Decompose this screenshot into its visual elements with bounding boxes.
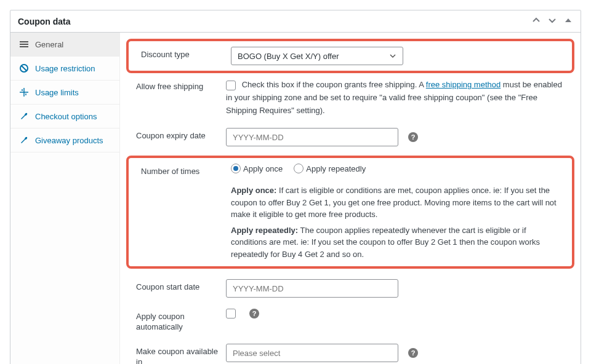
row-number-of-times: Number of times Apply once Apply repeate… <box>129 158 572 177</box>
tab-label: Usage limits <box>35 88 79 97</box>
tab-label: General <box>35 40 63 49</box>
discount-type-select[interactable]: BOGO (Buy X Get X/Y) offer <box>231 47 403 65</box>
expiry-date-input[interactable] <box>226 128 398 146</box>
tab-checkout-options[interactable]: Checkout options <box>10 105 119 129</box>
tab-label: Checkout options <box>35 112 97 121</box>
help-icon[interactable]: ? <box>408 348 418 358</box>
row-available-in: Make coupon available in ? <box>124 338 577 364</box>
note-apply-once: Apply once: If cart is eligible or condi… <box>231 184 560 221</box>
row-free-shipping: Allow free shipping Check this box if th… <box>124 73 577 122</box>
available-in-input[interactable] <box>226 344 398 362</box>
number-of-times-notes: Apply once: If cart is eligible or condi… <box>129 177 572 266</box>
panel-header: Coupon data <box>10 10 581 33</box>
radio-apply-once-label[interactable]: Apply once <box>231 164 283 173</box>
svg-rect-0 <box>20 41 28 42</box>
tab-giveaway-products[interactable]: Giveaway products <box>10 129 119 152</box>
svg-rect-1 <box>20 44 28 45</box>
radio-apply-once[interactable] <box>231 164 241 173</box>
toggle-panel-icon[interactable] <box>563 15 573 27</box>
ban-icon <box>19 63 29 73</box>
label-discount-type: Discount type <box>141 47 231 60</box>
panel-title: Coupon data <box>18 17 71 26</box>
radio-apply-repeatedly-label[interactable]: Apply repeatedly <box>294 164 366 173</box>
free-shipping-desc-prefix: Check this box if the coupon grants free… <box>242 80 426 89</box>
free-shipping-checkbox[interactable] <box>226 81 236 90</box>
label-free-shipping: Allow free shipping <box>136 79 226 92</box>
tab-usage-limits[interactable]: Usage limits <box>10 81 119 105</box>
move-up-icon[interactable] <box>531 15 541 27</box>
highlight-discount-type: Discount type BOGO (Buy X Get X/Y) offer <box>126 39 574 73</box>
row-start-date: Coupon start date <box>124 274 577 303</box>
row-expiry-date: Coupon expiry date ? <box>124 122 577 152</box>
note-apply-repeatedly: Apply repeatedly: The coupon applies rep… <box>231 224 560 261</box>
wrench-icon <box>19 111 29 121</box>
svg-line-4 <box>22 66 26 71</box>
gear-icon <box>19 39 29 49</box>
label-available-in: Make coupon available in <box>136 344 226 364</box>
coupon-data-panel: Coupon data General Usage restriction Us… <box>10 10 581 364</box>
sliders-icon <box>19 87 29 97</box>
wrench-icon <box>19 135 29 145</box>
panel-body: General Usage restriction Usage limits C… <box>10 33 581 364</box>
tab-label: Giveaway products <box>35 136 103 145</box>
label-apply-auto: Apply coupon automatically <box>136 309 226 333</box>
tabs-sidebar: General Usage restriction Usage limits C… <box>10 33 120 364</box>
start-date-input[interactable] <box>226 279 398 298</box>
move-down-icon[interactable] <box>547 15 557 27</box>
svg-rect-2 <box>20 46 28 47</box>
tab-general[interactable]: General <box>10 33 119 57</box>
help-icon[interactable]: ? <box>249 309 259 318</box>
content-area: Discount type BOGO (Buy X Get X/Y) offer… <box>120 33 581 364</box>
label-number-of-times: Number of times <box>141 164 231 177</box>
row-apply-auto: Apply coupon automatically ? <box>124 303 577 338</box>
free-shipping-method-link[interactable]: free shipping method <box>426 80 501 89</box>
help-icon[interactable]: ? <box>408 132 418 142</box>
radio-apply-repeatedly[interactable] <box>294 164 304 173</box>
highlight-number-of-times: Number of times Apply once Apply repeate… <box>126 156 574 269</box>
apply-auto-checkbox[interactable] <box>226 309 236 318</box>
label-expiry-date: Coupon expiry date <box>136 128 226 141</box>
tab-label: Usage restriction <box>35 64 95 73</box>
row-discount-type: Discount type BOGO (Buy X Get X/Y) offer <box>129 41 572 71</box>
tab-usage-restriction[interactable]: Usage restriction <box>10 57 119 81</box>
panel-controls <box>531 15 573 27</box>
label-start-date: Coupon start date <box>136 279 226 293</box>
